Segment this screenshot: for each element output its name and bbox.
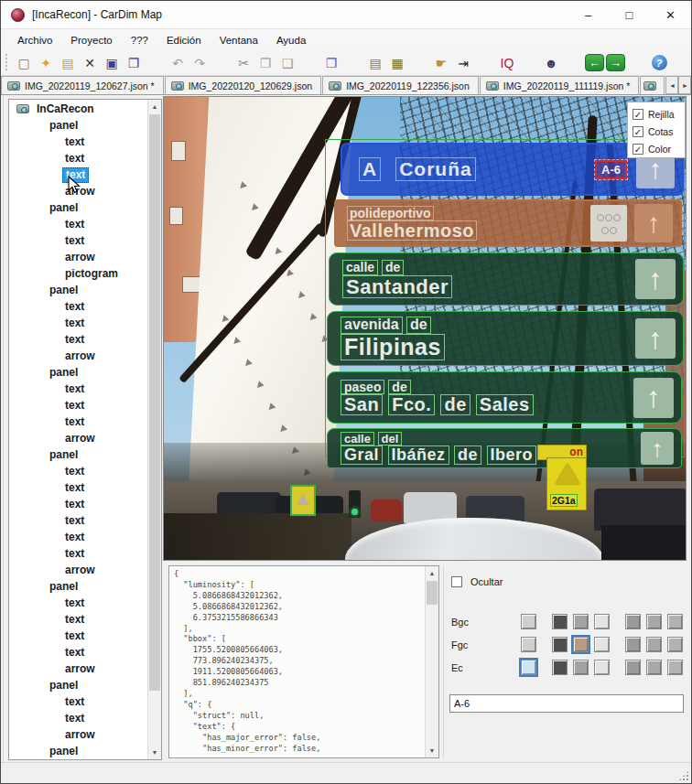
left-splitter[interactable]: [3, 95, 4, 762]
tree-item[interactable]: text: [9, 512, 147, 529]
json-scroll-thumb[interactable]: [427, 581, 438, 605]
ec-color-swatch[interactable]: [594, 660, 610, 675]
save-button[interactable]: ▣: [101, 52, 123, 74]
tree-item[interactable]: text: [9, 298, 147, 315]
tree-item[interactable]: panel: [9, 364, 147, 381]
fgc-color-swatch[interactable]: [625, 637, 641, 652]
tree-item[interactable]: arrow: [9, 726, 147, 743]
minimize-button[interactable]: –: [568, 1, 609, 28]
ocultar-checkbox-row[interactable]: Ocultar: [451, 573, 688, 590]
tree-item[interactable]: text: [9, 479, 147, 496]
tree-item[interactable]: text: [9, 232, 147, 249]
tree-item[interactable]: panel: [9, 446, 147, 463]
tree-item[interactable]: text: [9, 134, 147, 150]
json-scrollbar[interactable]: ▲ ▼: [425, 566, 438, 757]
tree-item[interactable]: text: [9, 315, 147, 331]
ec-color-swatch[interactable]: [625, 660, 641, 675]
delete-button[interactable]: ✕: [79, 52, 101, 74]
bgc-color-swatch[interactable]: [521, 614, 536, 629]
tree-item[interactable]: text: [9, 644, 147, 660]
tree-item[interactable]: text: [9, 628, 147, 644]
tree-item[interactable]: arrow: [9, 430, 147, 446]
bgc-color-swatch[interactable]: [552, 614, 568, 629]
tree-item[interactable]: panel: [9, 677, 147, 693]
text-value-input[interactable]: [449, 694, 684, 713]
tree-item[interactable]: pictogram: [9, 265, 147, 282]
tab-scroll-left[interactable]: ◄: [665, 76, 678, 94]
tree-item[interactable]: text: [9, 529, 147, 545]
tree-item[interactable]: panel: [9, 578, 147, 595]
tree-item[interactable]: text: [9, 216, 147, 232]
scroll-up-icon[interactable]: ▲: [426, 566, 438, 580]
tree-item[interactable]: text: [9, 397, 147, 413]
search-iq-button[interactable]: IQ: [496, 52, 518, 74]
tab-img-122356[interactable]: IMG_20220119_122356.json: [322, 76, 479, 94]
undo-button[interactable]: ↶: [167, 52, 189, 74]
checkbox[interactable]: ✓: [633, 144, 643, 155]
close-button[interactable]: ✕: [650, 1, 691, 28]
user-button[interactable]: ☻: [540, 52, 562, 74]
tree-item[interactable]: text: [9, 150, 147, 166]
send-to-button[interactable]: ☛: [430, 52, 452, 74]
ocultar-checkbox[interactable]: [451, 576, 462, 587]
tree-item[interactable]: text: [9, 413, 147, 430]
tree-item[interactable]: text: [9, 463, 147, 479]
selected-text-badge[interactable]: A-6: [595, 160, 627, 179]
tree-item[interactable]: text: [9, 331, 147, 348]
redo-button[interactable]: ↷: [189, 52, 211, 74]
maximize-button[interactable]: □: [609, 1, 650, 28]
sign-san-fco-de-sales[interactable]: paseo de San Fco. de Sales ↑: [327, 371, 682, 424]
tab-partial[interactable]: [640, 76, 665, 94]
tree-item[interactable]: text: [9, 381, 147, 397]
menu-edicion[interactable]: Edición: [157, 31, 211, 49]
menu-archivo[interactable]: Archivo: [8, 31, 61, 49]
sign-santander[interactable]: calle de Santander ↑: [329, 252, 684, 306]
new-file-button[interactable]: ▢: [13, 52, 35, 74]
tree-item[interactable]: InCaRecon: [9, 101, 147, 117]
fgc-color-swatch[interactable]: [573, 637, 589, 652]
tree-item[interactable]: arrow: [9, 249, 147, 265]
ec-color-swatch[interactable]: [552, 660, 568, 675]
menu-ventana[interactable]: Ventana: [211, 31, 267, 49]
bgc-color-swatch[interactable]: [594, 614, 610, 629]
scroll-down-icon[interactable]: ▼: [148, 746, 161, 759]
toolbar-grip[interactable]: [5, 54, 10, 72]
ec-color-swatch[interactable]: [573, 660, 589, 675]
menu-ayuda[interactable]: Ayuda: [267, 31, 315, 49]
tree-item[interactable]: text: [9, 693, 147, 710]
print-image-button[interactable]: ▦: [386, 52, 408, 74]
cut-button[interactable]: ✂: [232, 52, 254, 74]
menu-proyecto[interactable]: Proyecto: [61, 31, 121, 49]
tab-img-111119[interactable]: IMG_20220119_111119.json *: [480, 76, 640, 94]
tree-scroll-thumb[interactable]: [149, 114, 160, 691]
tree-item[interactable]: arrow: [9, 562, 147, 578]
tree-item[interactable]: text: [9, 496, 147, 512]
tree-scrollbar[interactable]: ▲ ▼: [147, 100, 161, 759]
resize-grip[interactable]: [678, 770, 689, 781]
fgc-color-swatch[interactable]: [667, 637, 683, 652]
tab-scroll-right[interactable]: ►: [678, 76, 691, 94]
duplicate-button[interactable]: ❐: [320, 52, 342, 74]
tab-img-120629[interactable]: IMG_20220120_120629.json: [165, 76, 321, 94]
nav-back-button[interactable]: ←: [584, 53, 605, 72]
tree-item[interactable]: arrow: [9, 348, 147, 364]
paste-button[interactable]: ❑: [276, 52, 298, 74]
bgc-color-swatch[interactable]: [667, 614, 683, 629]
fgc-color-swatch[interactable]: [552, 637, 568, 652]
print-button[interactable]: ▤: [364, 52, 386, 74]
tree-item[interactable]: panel: [9, 199, 147, 216]
fgc-color-swatch[interactable]: [521, 637, 536, 652]
help-button[interactable]: ?: [648, 52, 670, 74]
checkbox[interactable]: ✓: [633, 109, 643, 120]
tree-item[interactable]: text: [9, 545, 147, 562]
save-all-button[interactable]: ❐: [123, 52, 145, 74]
scroll-down-icon[interactable]: ▼: [426, 744, 438, 757]
go-into-button[interactable]: ⇥: [452, 52, 474, 74]
nav-forward-button[interactable]: →: [605, 53, 626, 72]
new-template-button[interactable]: ✦: [35, 52, 57, 74]
sign-filipinas[interactable]: avenida de Filipinas ↑: [327, 311, 684, 366]
rejilla-checkbox[interactable]: ✓ Rejilla: [633, 105, 685, 123]
photo-canvas[interactable]: A Coruña A-6 ↑ polideportivo Vallehermos…: [163, 96, 687, 561]
cotas-checkbox[interactable]: ✓ Cotas: [633, 123, 685, 140]
bgc-color-swatch[interactable]: [625, 614, 641, 629]
